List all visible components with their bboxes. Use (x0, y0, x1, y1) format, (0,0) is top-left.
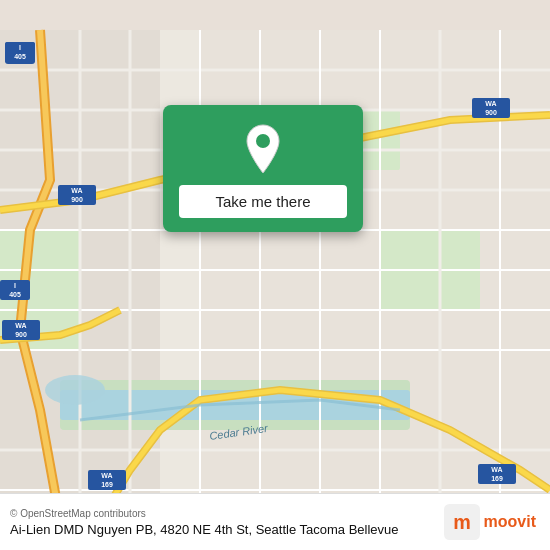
svg-text:900: 900 (485, 109, 497, 116)
svg-text:WA: WA (491, 466, 502, 473)
location-pin-icon (242, 123, 284, 175)
moovit-icon: m (444, 504, 480, 540)
bottom-bar: © OpenStreetMap contributors Ai-Lien DMD… (0, 493, 550, 550)
svg-text:169: 169 (101, 481, 113, 488)
take-me-there-button[interactable]: Take me there (179, 185, 347, 218)
map-container: I 405 I 405 I 405 WA 900 WA 900 (0, 0, 550, 550)
svg-text:I: I (14, 282, 16, 289)
address-label: Ai-Lien DMD Nguyen PB, 4820 NE 4th St, S… (10, 522, 399, 537)
map-attribution: © OpenStreetMap contributors (10, 508, 399, 519)
svg-text:I: I (19, 44, 21, 51)
svg-text:900: 900 (71, 196, 83, 203)
svg-text:m: m (453, 511, 471, 533)
svg-point-52 (256, 134, 270, 148)
moovit-logo: m moovit (444, 504, 536, 540)
popup-card: Take me there (163, 105, 363, 232)
svg-point-51 (45, 375, 105, 405)
svg-text:169: 169 (491, 475, 503, 482)
moovit-text: moovit (484, 513, 536, 531)
svg-text:WA: WA (71, 187, 82, 194)
map-background: I 405 I 405 I 405 WA 900 WA 900 (0, 0, 550, 550)
svg-text:WA: WA (15, 322, 26, 329)
svg-text:405: 405 (9, 291, 21, 298)
svg-text:WA: WA (485, 100, 496, 107)
svg-text:WA: WA (101, 472, 112, 479)
bottom-info: © OpenStreetMap contributors Ai-Lien DMD… (10, 508, 399, 537)
svg-text:900: 900 (15, 331, 27, 338)
svg-text:405: 405 (14, 53, 26, 60)
